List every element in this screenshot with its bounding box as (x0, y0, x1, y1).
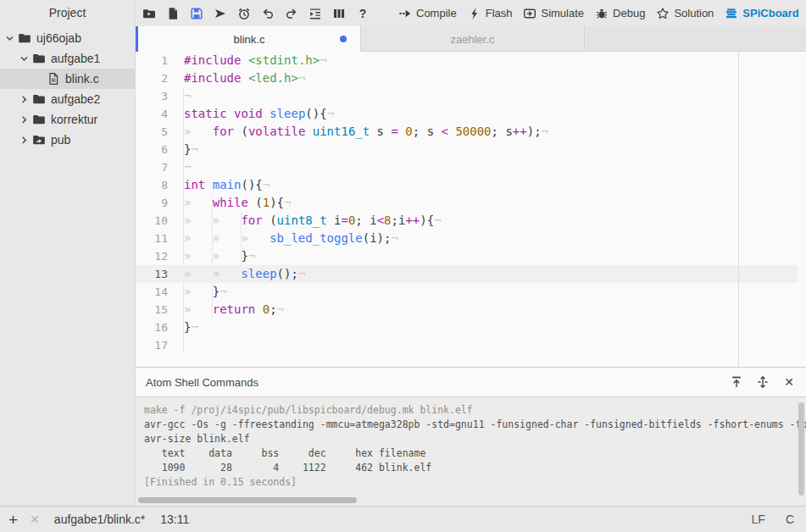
code-line-17[interactable]: 17 (136, 336, 798, 354)
tree-item-uj66ojab[interactable]: uj66ojab (0, 28, 135, 48)
solution-button[interactable]: Solution (656, 7, 714, 20)
code-line-3[interactable]: 3¬ (136, 87, 798, 105)
code-line-13[interactable]: 13» » sleep();¬ (136, 265, 798, 283)
chevron-right-icon[interactable] (19, 115, 32, 125)
code-line-12[interactable]: 12» » }¬ (136, 247, 798, 265)
invisible-char: ¬ (542, 125, 548, 138)
redo-icon[interactable] (285, 7, 298, 20)
flash-button[interactable]: Flash (468, 7, 513, 20)
compile-icon (398, 7, 412, 20)
code-line-6[interactable]: 6}¬ (136, 141, 798, 158)
panel-horizontal-scrollbar[interactable] (138, 497, 357, 503)
code-line-1[interactable]: 1#include <stdint.h>¬ (136, 52, 798, 69)
code-line-8[interactable]: 8int main(){¬ (136, 176, 798, 194)
code-line-7[interactable]: 7¬ (136, 158, 798, 176)
code-token: 0 (405, 125, 412, 138)
chevron-down-icon[interactable] (19, 54, 32, 64)
line-number: 8 (136, 176, 168, 194)
simulate-button[interactable]: Simulate (523, 7, 584, 20)
code-line-15[interactable]: 15» return 0;¬ (136, 301, 798, 319)
save-icon[interactable] (190, 7, 203, 20)
code-token: main (213, 178, 242, 191)
code-text: » » }¬ (184, 247, 255, 265)
cursor-position[interactable]: 13:11 (160, 513, 189, 526)
timer-icon[interactable] (237, 7, 251, 20)
code-token: ( (263, 213, 277, 227)
code-line-16[interactable]: 16}¬ (136, 319, 798, 336)
status-bar: + ✕ aufgabe1/blink.c* 13:11 LF C (0, 506, 806, 532)
code-token: = (341, 213, 347, 227)
tree-item-aufgabe2[interactable]: aufgabe2 (0, 89, 135, 109)
tree-item-blink.c[interactable]: blink.c (0, 69, 135, 89)
current-file-label: aufgabe1/blink.c* (54, 513, 145, 526)
invisible-char: ¬ (434, 213, 441, 227)
debug-button-label: Debug (613, 7, 645, 19)
line-number: 13 (136, 265, 168, 283)
tab-label: blink.c (234, 33, 265, 46)
invisible-char: » (184, 285, 213, 298)
code-token: = (391, 125, 397, 138)
code-token: ( (234, 125, 248, 138)
auto-scroll-icon[interactable] (756, 375, 770, 389)
code-line-5[interactable]: 5» for (volatile uint16_t s = 0; s < 500… (136, 123, 798, 141)
invisible-char: ¬ (284, 196, 291, 209)
tree-item-aufgabe1[interactable]: aufgabe1 (0, 48, 135, 69)
new-file-icon[interactable] (166, 7, 180, 20)
chevron-right-icon[interactable] (19, 136, 32, 145)
tab-blink.c[interactable]: blink.c (138, 26, 360, 52)
code-token (255, 302, 262, 316)
close-icon[interactable]: ✕ (782, 375, 796, 389)
spicboard-button[interactable]: SPiCboard (725, 7, 798, 20)
code-token (263, 107, 270, 120)
panel-vertical-scrollbar[interactable] (798, 402, 804, 496)
grammar-indicator[interactable]: C (786, 513, 794, 526)
line-number: 7 (136, 158, 168, 176)
flash-icon (468, 7, 481, 20)
columns-icon[interactable] (332, 7, 346, 20)
line-ending-indicator[interactable]: LF (752, 513, 765, 526)
chevron-down-icon[interactable] (5, 34, 18, 43)
project-sidebar: Project uj66ojabaufgabe1blink.caufgabe2k… (0, 0, 136, 506)
code-line-11[interactable]: 11» » » sb_led_toggle(i);¬ (136, 230, 798, 247)
tree-item-label: pub (51, 133, 70, 147)
close-project-button[interactable]: ✕ (30, 513, 40, 526)
code-token: volatile (248, 125, 305, 138)
invisible-char: » (184, 302, 213, 316)
spicboard-icon (725, 7, 738, 20)
help-icon[interactable]: ? (356, 7, 370, 20)
code-token: ){ (270, 196, 284, 209)
code-line-9[interactable]: 9» while (1){¬ (136, 194, 798, 212)
add-project-button[interactable]: + (8, 512, 18, 528)
code-line-2[interactable]: 2#include <led.h>¬ (136, 69, 798, 87)
invisible-char: ¬ (248, 249, 255, 263)
chevron-right-icon[interactable] (19, 95, 32, 104)
code-line-14[interactable]: 14» }¬ (136, 283, 798, 301)
output-line: text data bss dec hex filename (144, 446, 806, 461)
code-text: #include <stdint.h>¬ (184, 52, 327, 69)
panel-header: Atom Shell Commands ✕ (136, 368, 806, 397)
code-token: uint8_t (277, 213, 327, 227)
open-folder-icon[interactable] (142, 7, 156, 20)
line-number: 3 (136, 87, 168, 105)
tree-item-label: aufgabe1 (51, 52, 100, 65)
code-token: uint16_t (313, 125, 370, 138)
code-editor[interactable]: 1#include <stdint.h>¬2#include <led.h>¬3… (136, 52, 806, 367)
tree-item-pub[interactable]: pub (0, 130, 135, 150)
undo-icon[interactable] (261, 7, 275, 20)
auto-indent-icon[interactable] (309, 7, 322, 20)
code-text: #include <led.h>¬ (184, 69, 305, 87)
output-line: [Finished in 0.15 seconds] (144, 475, 806, 490)
modified-indicator (340, 36, 347, 42)
project-tree: uj66ojabaufgabe1blink.caufgabe2korrektur… (0, 28, 135, 150)
line-number: 2 (136, 69, 168, 87)
code-line-10[interactable]: 10» » for (uint8_t i=0; i<8;i++){¬ (136, 212, 798, 230)
tab-zaehler.c[interactable]: zaehler.c (360, 26, 585, 52)
scroll-top-icon[interactable] (730, 375, 743, 389)
code-line-4[interactable]: 4static void sleep(){¬ (136, 105, 798, 123)
tree-item-korrektur[interactable]: korrektur (0, 109, 135, 130)
code-token: (i); (363, 231, 392, 245)
send-icon[interactable] (214, 7, 227, 20)
debug-button[interactable]: Debug (595, 7, 645, 20)
compile-button[interactable]: Compile (398, 7, 457, 20)
line-number: 15 (136, 301, 168, 319)
